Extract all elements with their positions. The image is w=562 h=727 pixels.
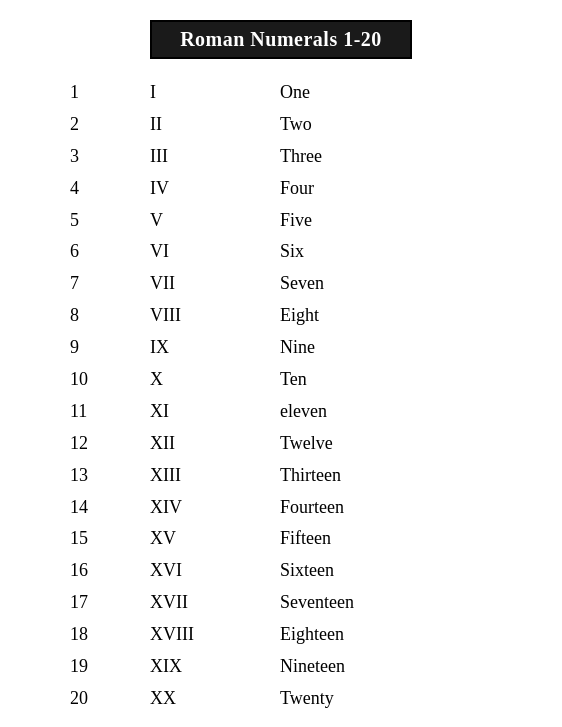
roman-cell: XIII [150, 460, 280, 492]
table-row: 9IXNine [70, 332, 492, 364]
word-cell: Twenty [280, 683, 492, 715]
number-cell: 10 [70, 364, 150, 396]
roman-cell: XX [150, 683, 280, 715]
word-cell: eleven [280, 396, 492, 428]
word-cell: Seven [280, 268, 492, 300]
roman-cell: VII [150, 268, 280, 300]
word-cell: Nineteen [280, 651, 492, 683]
roman-cell: XVII [150, 587, 280, 619]
number-cell: 6 [70, 236, 150, 268]
number-cell: 4 [70, 173, 150, 205]
number-cell: 2 [70, 109, 150, 141]
table-row: 11XIeleven [70, 396, 492, 428]
table-row: 12XIITwelve [70, 428, 492, 460]
roman-cell: XV [150, 523, 280, 555]
table-row: 17XVIISeventeen [70, 587, 492, 619]
roman-cell: III [150, 141, 280, 173]
number-cell: 20 [70, 683, 150, 715]
number-cell: 13 [70, 460, 150, 492]
word-cell: Eighteen [280, 619, 492, 651]
word-cell: Three [280, 141, 492, 173]
number-cell: 12 [70, 428, 150, 460]
word-cell: Eight [280, 300, 492, 332]
number-cell: 11 [70, 396, 150, 428]
table-row: 4IVFour [70, 173, 492, 205]
word-cell: Ten [280, 364, 492, 396]
table-row: 15XVFifteen [70, 523, 492, 555]
number-cell: 19 [70, 651, 150, 683]
roman-cell: XIV [150, 492, 280, 524]
number-cell: 1 [70, 77, 150, 109]
word-cell: Seventeen [280, 587, 492, 619]
number-cell: 7 [70, 268, 150, 300]
roman-cell: XI [150, 396, 280, 428]
roman-cell: IV [150, 173, 280, 205]
roman-cell: XIX [150, 651, 280, 683]
roman-cell: XVIII [150, 619, 280, 651]
table-row: 3IIIThree [70, 141, 492, 173]
table-row: 20XXTwenty [70, 683, 492, 715]
word-cell: Five [280, 205, 492, 237]
table-row: 18XVIIIEighteen [70, 619, 492, 651]
table-row: 2IITwo [70, 109, 492, 141]
number-cell: 18 [70, 619, 150, 651]
roman-cell: XII [150, 428, 280, 460]
roman-cell: II [150, 109, 280, 141]
roman-cell: IX [150, 332, 280, 364]
number-cell: 15 [70, 523, 150, 555]
roman-cell: VIII [150, 300, 280, 332]
table-row: 7VIISeven [70, 268, 492, 300]
table-row: 1IOne [70, 77, 492, 109]
number-cell: 3 [70, 141, 150, 173]
numerals-table-container: 1IOne2IITwo3IIIThree4IVFour5VFive6VISix7… [30, 77, 532, 715]
table-row: 14XIVFourteen [70, 492, 492, 524]
number-cell: 17 [70, 587, 150, 619]
table-row: 13XIIIThirteen [70, 460, 492, 492]
roman-cell: V [150, 205, 280, 237]
word-cell: Two [280, 109, 492, 141]
table-row: 16XVISixteen [70, 555, 492, 587]
word-cell: Four [280, 173, 492, 205]
number-cell: 8 [70, 300, 150, 332]
word-cell: One [280, 77, 492, 109]
number-cell: 14 [70, 492, 150, 524]
word-cell: Thirteen [280, 460, 492, 492]
table-row: 8VIIIEight [70, 300, 492, 332]
number-cell: 9 [70, 332, 150, 364]
roman-cell: X [150, 364, 280, 396]
word-cell: Fourteen [280, 492, 492, 524]
page-title: Roman Numerals 1-20 [150, 20, 412, 59]
word-cell: Twelve [280, 428, 492, 460]
word-cell: Six [280, 236, 492, 268]
roman-cell: I [150, 77, 280, 109]
table-row: 5VFive [70, 205, 492, 237]
number-cell: 16 [70, 555, 150, 587]
roman-cell: VI [150, 236, 280, 268]
word-cell: Fifteen [280, 523, 492, 555]
number-cell: 5 [70, 205, 150, 237]
table-row: 10XTen [70, 364, 492, 396]
table-row: 6VISix [70, 236, 492, 268]
word-cell: Sixteen [280, 555, 492, 587]
roman-cell: XVI [150, 555, 280, 587]
table-row: 19XIXNineteen [70, 651, 492, 683]
word-cell: Nine [280, 332, 492, 364]
numerals-table: 1IOne2IITwo3IIIThree4IVFour5VFive6VISix7… [70, 77, 492, 715]
